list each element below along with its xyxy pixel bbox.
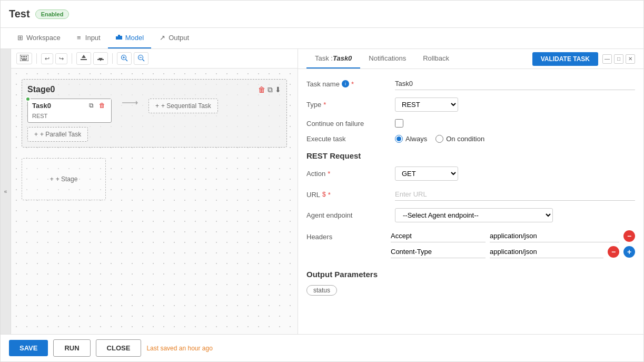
tab-input[interactable]: ≡ Input — [68, 28, 108, 48]
url-dollar-sign: $ — [322, 191, 326, 198]
task-status-dot — [25, 96, 31, 102]
execute-always-radio[interactable] — [395, 135, 403, 143]
svg-rect-2 — [120, 36, 122, 40]
add-stage-button[interactable]: + + Stage — [22, 158, 106, 200]
task-connector — [120, 99, 140, 107]
svg-rect-13 — [22, 60, 27, 61]
footer: SAVE RUN CLOSE Last saved an hour ago — [1, 334, 643, 361]
canvas-toolbar: ↩ ↪ — [11, 49, 298, 69]
header-value-accept[interactable] — [490, 230, 619, 242]
svg-rect-6 — [24, 56, 25, 57]
action-row: Action * GET POST PUT DELETE PATCH — [306, 167, 635, 181]
task-name-info-icon: i — [342, 80, 349, 87]
canvas-panel: ↩ ↪ — [11, 49, 298, 334]
execute-condition-radio[interactable] — [435, 135, 443, 143]
toolbar-sep-2 — [72, 53, 72, 64]
headers-table: − − + — [391, 230, 635, 261]
keyboard-button[interactable] — [16, 53, 32, 64]
close-button[interactable]: CLOSE — [96, 339, 142, 357]
last-saved-text: Last saved an hour ago — [146, 345, 212, 352]
header-remove-accept-button[interactable]: − — [623, 230, 635, 242]
stage-name: Stage0 — [27, 85, 55, 94]
tab-workspace[interactable]: ⊞ Workspace — [9, 28, 68, 48]
svg-rect-4 — [21, 56, 22, 57]
output-icon: ↗ — [158, 34, 166, 42]
right-panel-header: Task :Task0 Notifications Rollback VALID… — [298, 49, 643, 69]
svg-rect-0 — [116, 36, 118, 40]
save-button[interactable]: SAVE — [9, 340, 48, 356]
type-label: Type * — [306, 101, 391, 109]
continue-on-failure-row: Continue on failure — [306, 119, 635, 128]
output-params: status — [306, 285, 635, 296]
panel-tab-rollback[interactable]: Rollback — [414, 49, 458, 69]
url-input[interactable] — [395, 188, 635, 201]
svg-line-19 — [126, 60, 128, 62]
download-button[interactable] — [93, 52, 108, 65]
zoom-out-button[interactable] — [134, 52, 148, 65]
upload-button[interactable] — [76, 52, 91, 65]
task-node-body: REST — [28, 112, 111, 122]
toolbar-sep-1 — [36, 53, 37, 64]
rollback-tab-label: Rollback — [423, 54, 449, 62]
workspace-icon: ⊞ — [16, 34, 24, 42]
add-parallel-task-button[interactable]: + + Parallel Task — [27, 127, 88, 142]
action-label: Action * — [306, 170, 391, 178]
execute-task-row: Execute task Always On condition — [306, 135, 635, 143]
app-header: Test Enabled — [1, 1, 643, 28]
stage-delete-button[interactable]: 🗑 — [258, 85, 265, 94]
type-required: * — [323, 101, 326, 109]
header-key-content-type[interactable] — [391, 246, 486, 258]
add-sequential-task-button[interactable]: + + Sequential Task — [148, 99, 218, 113]
tab-output[interactable]: ↗ Output — [151, 28, 196, 48]
stage-expand-button[interactable]: ⬇ — [275, 85, 281, 94]
task-copy-button[interactable]: ⧉ — [87, 101, 95, 110]
panel-minimize-button[interactable]: — — [602, 54, 612, 64]
header-value-content-type[interactable] — [490, 246, 603, 258]
svg-rect-11 — [24, 58, 25, 59]
task-node-header: Task0 ⧉ 🗑 — [28, 99, 111, 112]
stage-copy-button[interactable]: ⧉ — [267, 85, 273, 94]
header-add-button[interactable]: + — [623, 246, 635, 258]
header-remove-content-type-button[interactable]: − — [608, 246, 619, 258]
input-icon: ≡ — [75, 34, 83, 42]
collapse-sidebar-button[interactable]: « — [1, 49, 11, 334]
task-node-name: Task0 — [32, 102, 51, 110]
rest-request-title: REST Request — [306, 151, 635, 160]
validate-task-button[interactable]: VALIDATE TASK — [532, 52, 598, 66]
add-sequential-icon: + — [155, 102, 159, 110]
url-row: URL $ * — [306, 188, 635, 201]
tab-output-label: Output — [169, 34, 189, 42]
execute-condition-label: On condition — [446, 135, 484, 143]
add-stage-icon: + — [50, 175, 54, 183]
stage-header: Stage0 🗑 ⧉ ⬇ — [27, 85, 281, 94]
panel-tab-task[interactable]: Task :Task0 — [306, 49, 360, 69]
url-label: URL $ * — [306, 191, 391, 199]
canvas-area[interactable]: Stage0 🗑 ⧉ ⬇ Tas — [11, 69, 298, 334]
redo-button[interactable]: ↪ — [55, 53, 67, 64]
task-name-input[interactable] — [395, 77, 635, 90]
execute-condition-option[interactable]: On condition — [435, 135, 484, 143]
svg-rect-9 — [21, 58, 22, 59]
zoom-in-button[interactable] — [117, 52, 132, 65]
panel-close-button[interactable]: ✕ — [626, 54, 635, 64]
task-node-task0[interactable]: Task0 ⧉ 🗑 REST — [27, 99, 112, 123]
task-node-btns: ⧉ 🗑 — [87, 101, 107, 110]
svg-rect-7 — [26, 56, 27, 57]
panel-tab-notifications[interactable]: Notifications — [360, 49, 414, 69]
panel-maximize-button[interactable]: □ — [614, 54, 623, 64]
type-row: Type * REST HTTP SOAP — [306, 97, 635, 112]
tab-workspace-label: Workspace — [26, 34, 61, 42]
tab-model[interactable]: Model — [108, 28, 151, 48]
agent-endpoint-select[interactable]: --Select Agent endpoint-- — [395, 208, 553, 222]
collapse-icon: « — [4, 189, 7, 194]
type-select[interactable]: REST HTTP SOAP — [395, 97, 458, 112]
task-tab-prefix: Task : — [315, 54, 333, 62]
undo-button[interactable]: ↩ — [41, 53, 53, 64]
run-button[interactable]: RUN — [53, 339, 90, 357]
execute-always-option[interactable]: Always — [395, 135, 427, 143]
continue-on-failure-checkbox[interactable] — [395, 119, 403, 128]
header-key-accept[interactable] — [391, 230, 486, 242]
action-select[interactable]: GET POST PUT DELETE PATCH — [395, 167, 458, 181]
task-delete-button[interactable]: 🗑 — [97, 101, 107, 110]
execute-always-label: Always — [405, 135, 427, 143]
